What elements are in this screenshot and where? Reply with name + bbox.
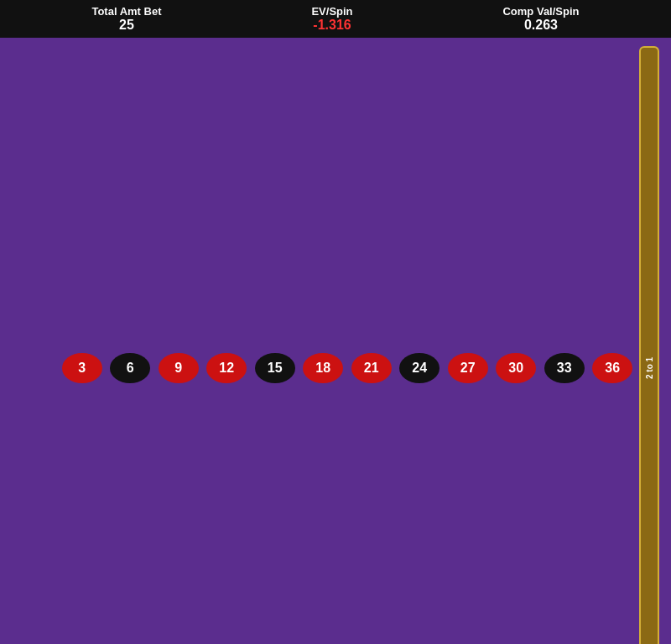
ev-spin-label: EV/Spin xyxy=(311,5,352,18)
ev-spin-value: -1.316 xyxy=(311,18,352,33)
total-amt-label: Total Amt Bet xyxy=(91,5,161,18)
header: Total Amt Bet 25 EV/Spin -1.316 Comp Val… xyxy=(0,0,671,38)
cell-27[interactable]: 27 xyxy=(445,46,492,644)
total-amt-bet: Total Amt Bet 25 xyxy=(91,5,161,33)
total-amt-value: 25 xyxy=(91,18,161,33)
payout-2to1-top[interactable]: 2 to 1 xyxy=(639,46,659,644)
cell-12[interactable]: 12 xyxy=(204,46,251,644)
cell-21[interactable]: 21 xyxy=(348,46,395,644)
roulette-table: 00 0 3 6 9 12 15 18 21 24 27 30 33 36 2 … xyxy=(0,38,671,644)
cell-36[interactable]: 36 xyxy=(590,46,637,644)
cell-15[interactable]: 15 xyxy=(252,46,299,644)
payout-column: 2 to 1 2 to 1 2 to 1 xyxy=(639,46,659,644)
numbers-grid: 3 6 9 12 15 18 21 24 27 30 33 36 2 5 8 1… xyxy=(59,46,636,644)
zero-column: 00 0 xyxy=(12,46,55,644)
number-grid-container: 00 0 3 6 9 12 15 18 21 24 27 30 33 36 2 … xyxy=(12,46,659,644)
ev-spin: EV/Spin -1.316 xyxy=(311,5,352,33)
comp-val-label: Comp Val/Spin xyxy=(502,5,579,18)
cell-24[interactable]: 24 xyxy=(397,46,444,644)
cell-33[interactable]: 33 xyxy=(541,46,588,644)
comp-val-value: 0.263 xyxy=(502,18,579,33)
cell-30[interactable]: 30 xyxy=(493,46,540,644)
cell-9[interactable]: 9 xyxy=(155,46,202,644)
cell-3[interactable]: 3 xyxy=(59,46,106,644)
cell-6[interactable]: 6 xyxy=(107,46,154,644)
cell-18[interactable]: 18 xyxy=(300,46,347,644)
comp-val: Comp Val/Spin 0.263 xyxy=(502,5,579,33)
